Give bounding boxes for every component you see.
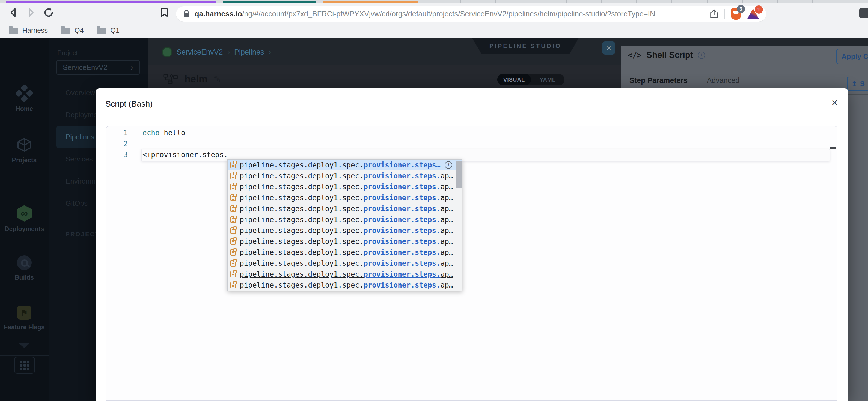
expression-snippet-icon: [230, 183, 236, 190]
close-studio-button[interactable]: ×: [602, 41, 615, 55]
cursor-ruler-marker: [830, 147, 836, 149]
info-icon[interactable]: i: [698, 52, 705, 59]
reload-button[interactable]: [42, 6, 55, 19]
module-grid-button[interactable]: [14, 357, 35, 374]
expression-snippet-icon: [230, 205, 236, 212]
bookmark-folder[interactable]: Q1: [97, 27, 119, 34]
brave-rewards-button[interactable]: 1: [747, 9, 759, 19]
suggestion-item[interactable]: pipeline.stages.deploy1.spec.provisioner…: [228, 225, 462, 236]
panel-top-strip: [621, 38, 868, 46]
pipeline-studio-tab: PIPELINE STUDIO: [472, 38, 579, 54]
suggestion-item[interactable]: pipeline.stages.deploy1.spec.provisioner…: [228, 214, 462, 225]
back-button[interactable]: [7, 6, 19, 19]
bookmark-label: Harness: [22, 27, 48, 34]
save-template-button[interactable]: ↥ S: [847, 77, 868, 91]
dropdown-scrollbar[interactable]: [456, 161, 462, 188]
home-icon: [15, 84, 34, 103]
modal-close-button[interactable]: ×: [829, 97, 841, 108]
suggestion-text: pipeline.stages.deploy1.spec.provisioner…: [240, 281, 454, 289]
suggestion-item[interactable]: pipeline.stages.deploy1.spec.provisioner…: [228, 181, 462, 192]
lock-icon: [183, 10, 190, 18]
shields-badge: 3: [737, 5, 745, 13]
collapsed-tabs[interactable]: [426, 0, 868, 3]
code-line: <+provisioner.steps.: [143, 149, 228, 160]
url-bar[interactable]: qa.harness.io/ng/#/account/px7xd_BFRCi-p…: [176, 6, 766, 22]
toggle-visual[interactable]: VISUAL: [497, 74, 531, 86]
apps-grid-icon: [20, 361, 29, 370]
pipeline-name: helm: [185, 73, 208, 85]
bookmark-sidebar-icon[interactable]: [158, 6, 170, 19]
breadcrumb-pipelines[interactable]: Pipelines: [234, 48, 264, 57]
project-setup-heading: PROJECT: [65, 231, 100, 238]
suggestion-item[interactable]: pipeline.stages.deploy1.spec.provisioner…: [228, 192, 462, 203]
sidebar-item-home[interactable]: Home: [0, 85, 49, 113]
breadcrumb-project[interactable]: ServiceEnvV2: [177, 48, 223, 57]
expression-snippet-icon: [230, 271, 236, 277]
forward-button[interactable]: [25, 6, 37, 19]
suggestion-item[interactable]: pipeline.stages.deploy1.spec.provisioner…: [228, 279, 462, 291]
share-icon[interactable]: [710, 9, 718, 19]
harness-app: Home Projects ∞ Deployments Builds ⚑ Fea…: [0, 38, 868, 401]
project-selector[interactable]: ServiceEnvV2 ›: [56, 60, 140, 75]
browser-tab-strip[interactable]: [0, 0, 868, 3]
modal-title: Script (Bash): [105, 99, 153, 108]
suggestion-item[interactable]: pipeline.stages.deploy1.spec.provisioner…: [228, 247, 462, 258]
bookmark-label: Q1: [110, 27, 119, 34]
sidebar-item-feature-flags[interactable]: ⚑ Feature Flags: [0, 305, 49, 331]
close-icon: ×: [831, 97, 838, 109]
folder-icon: [9, 28, 18, 34]
url-path: /ng/#/account/px7xd_BFRCi-pfWPYXVjvw/cd/…: [242, 10, 663, 18]
module-sidebar: Home Projects ∞ Deployments Builds ⚑ Fea…: [0, 38, 49, 401]
sidebar-item-deployments[interactable]: ∞ Deployments: [0, 205, 49, 233]
pipeline-title-bar: helm ✎ VISUAL YAML: [148, 65, 621, 90]
overview-ruler: [830, 126, 830, 400]
expression-snippet-icon: [230, 260, 236, 267]
expression-snippet-icon: [230, 227, 236, 234]
suggestion-item[interactable]: pipeline.stages.deploy1.spec.provisioner…: [228, 236, 462, 247]
url-text[interactable]: qa.harness.io/ng/#/account/px7xd_BFRCi-p…: [195, 10, 706, 18]
project-section-label: Project: [57, 49, 78, 57]
divider: [14, 191, 34, 192]
expression-snippet-icon: [230, 173, 236, 179]
divider: [621, 70, 868, 70]
url-domain: qa.harness.io: [195, 10, 242, 18]
suggestion-info-icon[interactable]: i: [445, 161, 452, 169]
browser-toolbar: qa.harness.io/ng/#/account/px7xd_BFRCi-p…: [0, 3, 868, 22]
bookmark-folder[interactable]: Harness: [9, 27, 48, 34]
suggestion-item[interactable]: pipeline.stages.deploy1.spec.provisioner…: [228, 170, 462, 181]
sidebar-item-projects[interactable]: Projects: [0, 137, 49, 164]
edit-pencil-icon[interactable]: ✎: [213, 74, 221, 85]
suggestion-item[interactable]: pipeline.stages.deploy1.spec.provisioner…: [228, 160, 462, 170]
tab-group-orange[interactable]: [323, 1, 418, 3]
editor-line[interactable]: 2: [106, 138, 837, 149]
brave-shields-button[interactable]: 3: [731, 8, 741, 20]
suggestion-text: pipeline.stages.deploy1.spec.provisioner…: [240, 226, 454, 235]
tab-step-parameters[interactable]: Step Parameters: [629, 76, 688, 85]
extensions-icon[interactable]: [859, 8, 868, 18]
step-panel-tabs: Step Parameters Advanced: [629, 76, 739, 85]
tab-group-purple[interactable]: [6, 1, 216, 3]
expression-snippet-icon: [230, 249, 236, 256]
expression-snippet-icon: [230, 195, 236, 201]
suggestion-item[interactable]: pipeline.stages.deploy1.spec.provisioner…: [228, 258, 462, 269]
deployments-icon: ∞: [17, 205, 32, 222]
script-editor-modal: Script (Bash) × 1 echo hello 2 3 <+provi…: [96, 89, 848, 401]
tab-advanced[interactable]: Advanced: [707, 76, 739, 85]
code-editor[interactable]: 1 echo hello 2 3 <+provisioner.steps. pi…: [106, 126, 837, 401]
feature-flags-icon: ⚑: [17, 305, 31, 320]
sidebar-item-builds[interactable]: Builds: [0, 255, 49, 281]
suggestion-text: pipeline.stages.deploy1.spec.provisioner…: [240, 237, 454, 245]
tab-group-teal[interactable]: [223, 1, 316, 3]
editor-line[interactable]: 1 echo hello: [106, 127, 837, 138]
toggle-yaml[interactable]: YAML: [531, 74, 564, 86]
url-actions: 3 1: [710, 8, 759, 20]
visual-yaml-toggle: VISUAL YAML: [497, 74, 564, 86]
divider: [848, 94, 868, 95]
code-line: echo hello: [143, 127, 185, 138]
suggestion-item[interactable]: pipeline.stages.deploy1.spec.provisioner…: [228, 269, 462, 279]
more-modules-chevron[interactable]: [0, 343, 49, 348]
apply-changes-button[interactable]: Apply Ch: [836, 48, 868, 64]
bookmark-folder[interactable]: Q4: [61, 27, 84, 34]
suggestion-item[interactable]: pipeline.stages.deploy1.spec.provisioner…: [228, 203, 462, 214]
browser-chrome: qa.harness.io/ng/#/account/px7xd_BFRCi-p…: [0, 0, 868, 38]
